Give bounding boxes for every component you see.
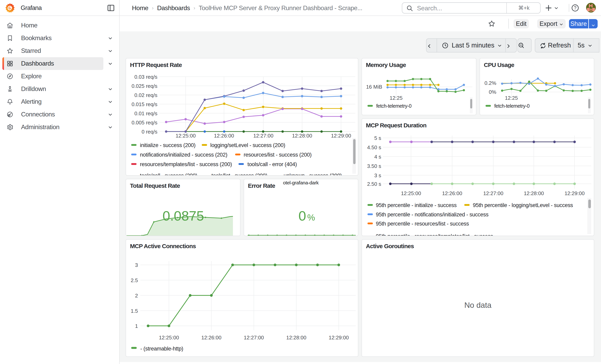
svg-text:%: % [307, 213, 315, 222]
svg-text:resources/list - success (200): resources/list - success (200) [244, 152, 312, 158]
svg-text:95th percentile - notification: 95th percentile - notifications/initiali… [376, 211, 489, 217]
svg-text:12:26:00: 12:26:00 [214, 133, 234, 139]
svg-text:3 s: 3 s [374, 172, 381, 178]
svg-text:95th percentile - logging/setL: 95th percentile - logging/setLevel - suc… [473, 202, 573, 208]
svg-text:0%: 0% [489, 89, 496, 95]
svg-text:12:26:00: 12:26:00 [201, 334, 221, 341]
svg-text:12:25:00: 12:25:00 [175, 133, 196, 139]
svg-text:- (streamable-http): - (streamable-http) [140, 345, 183, 352]
svg-text:4.50 s: 4.50 s [367, 144, 381, 150]
svg-text:0.005 req/s: 0.005 req/s [131, 120, 157, 126]
svg-text:0 req/s: 0 req/s [142, 129, 158, 135]
svg-text:12:25:00: 12:25:00 [159, 334, 179, 341]
svg-text:tools/call - success (200): tools/call - success (200) [140, 172, 197, 175]
svg-text:12:28:00: 12:28:00 [524, 190, 544, 196]
svg-text:4 s: 4 s [374, 154, 381, 160]
svg-text:12:29:00: 12:29:00 [331, 133, 351, 139]
svg-text:otel-grafana-dark: otel-grafana-dark [283, 180, 319, 185]
svg-text:tools/list - success (200): tools/list - success (200) [211, 172, 267, 175]
svg-text:16 MiB: 16 MiB [366, 84, 382, 90]
svg-text:resources/templates/list - suc: resources/templates/list - success (200) [140, 161, 232, 167]
svg-text:12:27:00: 12:27:00 [244, 334, 264, 341]
svg-text:0: 0 [298, 208, 306, 224]
svg-text:12:28:00: 12:28:00 [292, 133, 312, 139]
svg-text:12:28:00: 12:28:00 [286, 334, 306, 341]
svg-text:95th percentile - resources/li: 95th percentile - resources/list - succe… [376, 221, 469, 227]
svg-text:0.03 req/s: 0.03 req/s [134, 74, 157, 80]
svg-text:12:25: 12:25 [505, 95, 518, 101]
svg-text:0.01 req/s: 0.01 req/s [134, 110, 157, 117]
svg-text:fetch-telemetry-0: fetch-telemetry-0 [494, 103, 530, 109]
svg-text:fetch-telemetry-0: fetch-telemetry-0 [376, 103, 411, 109]
svg-text:12:29:00: 12:29:00 [329, 334, 349, 341]
svg-text:initialize - success (200): initialize - success (200) [140, 142, 196, 148]
svg-text:12:27:00: 12:27:00 [253, 133, 273, 139]
svg-text:2.5: 2.5 [131, 277, 138, 283]
svg-text:3.50 s: 3.50 s [367, 163, 381, 169]
svg-text:95th percentile - resources/te: 95th percentile - resources/templates/li… [376, 233, 493, 236]
svg-text:12:27:00: 12:27:00 [483, 190, 503, 196]
svg-text:unknown - success (200): unknown - success (200) [284, 172, 342, 175]
svg-text:12:25: 12:25 [390, 95, 402, 101]
svg-text:12:29:00: 12:29:00 [564, 190, 584, 196]
svg-text:0.0875: 0.0875 [163, 208, 204, 224]
svg-text:0.2%: 0.2% [484, 80, 496, 86]
svg-text:1: 1 [135, 323, 138, 329]
svg-text:0.02 req/s: 0.02 req/s [134, 92, 157, 98]
svg-text:2.50 s: 2.50 s [367, 181, 381, 187]
svg-text:0.025 req/s: 0.025 req/s [131, 83, 157, 89]
svg-text:0.015 req/s: 0.015 req/s [131, 101, 157, 107]
svg-text:logging/setLevel - success (20: logging/setLevel - success (200) [210, 142, 285, 148]
svg-text:notifications/initialized - su: notifications/initialized - success (202… [140, 152, 227, 158]
svg-text:2: 2 [135, 293, 138, 299]
svg-text:5 s: 5 s [374, 135, 381, 141]
svg-text:tools/call - error (404): tools/call - error (404) [247, 161, 297, 167]
svg-text:?: ? [574, 5, 577, 10]
svg-text:95th percentile - initialize -: 95th percentile - initialize - success [376, 202, 457, 208]
svg-text:3: 3 [135, 262, 138, 268]
svg-text:12:25:00: 12:25:00 [401, 190, 421, 196]
svg-text:12:26:00: 12:26:00 [442, 190, 462, 196]
svg-text:1.5: 1.5 [131, 308, 138, 314]
